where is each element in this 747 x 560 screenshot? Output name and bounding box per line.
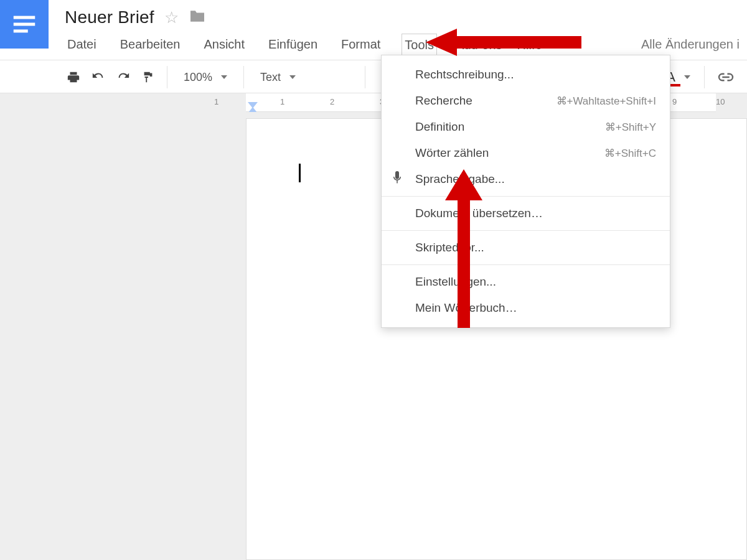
undo-icon[interactable] [87, 66, 110, 88]
print-icon[interactable] [62, 66, 85, 88]
svg-rect-0 [14, 16, 35, 19]
docs-logo[interactable] [0, 0, 49, 49]
ruler-tick: 1 [280, 97, 330, 106]
zoom-value: 100% [184, 71, 212, 84]
svg-rect-2 [14, 29, 28, 32]
document-title[interactable]: Neuer Brief [65, 7, 154, 27]
menu-bearbeiten[interactable]: Bearbeiten [118, 34, 183, 57]
ruler-tick: 10 [716, 97, 747, 106]
chevron-down-icon [684, 75, 690, 79]
redo-icon[interactable] [112, 66, 134, 88]
separator [704, 66, 705, 88]
chevron-down-icon [221, 75, 227, 79]
menu-item-wordcount[interactable]: Wörter zählen⌘+Shift+C [382, 140, 670, 166]
menu-item-translate[interactable]: Dokument übersetzen… [382, 200, 670, 226]
menu-item-dictionary[interactable]: Mein Wörterbuch… [382, 295, 670, 321]
paragraph-style-dropdown[interactable]: Text [251, 66, 357, 88]
annotation-arrow-tools [426, 25, 588, 60]
chevron-down-icon [289, 75, 296, 79]
menu-datei[interactable]: Datei [65, 34, 99, 57]
separator [243, 66, 244, 88]
insert-link-icon[interactable] [712, 66, 740, 88]
menu-item-script-editor[interactable]: Skripteditor... [382, 235, 670, 261]
menu-item-research[interactable]: Recherche⌘+Wahltaste+Shift+I [382, 88, 670, 114]
separator [167, 66, 167, 88]
tools-dropdown: Rechtschreibung... Recherche⌘+Wahltaste+… [381, 55, 670, 328]
svg-rect-1 [14, 23, 35, 26]
separator [365, 66, 365, 88]
docs-icon [10, 10, 39, 39]
menu-separator [382, 230, 670, 231]
menu-item-voice-typing[interactable]: Spracheingabe... [382, 166, 670, 192]
move-to-folder-icon[interactable] [189, 9, 206, 26]
ruler-tick: 2 [330, 97, 380, 106]
menu-ansicht[interactable]: Ansicht [201, 34, 247, 57]
menu-einfuegen[interactable]: Einfügen [266, 34, 320, 57]
menu-item-spellcheck[interactable]: Rechtschreibung... [382, 62, 670, 88]
menu-separator [382, 196, 670, 197]
svg-marker-3 [426, 29, 581, 56]
star-icon[interactable]: ☆ [164, 8, 179, 27]
microphone-icon [392, 171, 403, 188]
menu-item-definition[interactable]: Definition⌘+Shift+Y [382, 114, 670, 140]
svg-marker-4 [445, 169, 482, 328]
paint-format-icon[interactable] [137, 66, 159, 88]
annotation-arrow-voice [439, 169, 489, 331]
menu-separator [382, 264, 670, 265]
menu-format[interactable]: Format [339, 34, 383, 57]
ruler-tick: 1 [214, 97, 245, 106]
style-value: Text [260, 71, 281, 84]
ruler-tick: 9 [672, 97, 716, 106]
text-cursor [299, 164, 301, 182]
zoom-dropdown[interactable]: 100% [175, 66, 236, 88]
save-status: Alle Änderungen i [641, 37, 740, 52]
menu-item-preferences[interactable]: Einstellungen... [382, 269, 670, 295]
